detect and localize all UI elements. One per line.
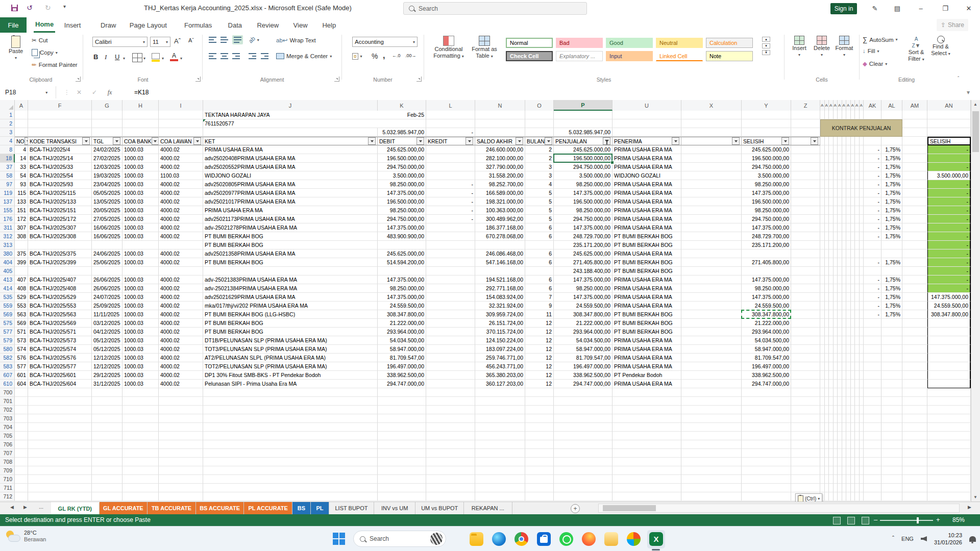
cell-AL582[interactable]: [881, 354, 902, 362]
cell-O703[interactable]: [525, 414, 554, 423]
cell-A705[interactable]: [834, 432, 838, 440]
cell-A559[interactable]: [846, 302, 851, 310]
cell-A580[interactable]: [825, 345, 829, 354]
save-icon[interactable]: [11, 5, 18, 11]
redo-icon[interactable]: ↻︎: [45, 4, 51, 12]
formula-input[interactable]: =K18: [134, 86, 149, 98]
cell-A8[interactable]: 4: [15, 145, 28, 154]
cell-A704[interactable]: [820, 423, 825, 432]
cell-G2[interactable]: [92, 119, 122, 128]
ribbon-tab-file[interactable]: File: [0, 17, 27, 33]
cell-A607[interactable]: [846, 371, 851, 380]
cell-AN707[interactable]: [927, 449, 971, 458]
cell-AM414[interactable]: [902, 284, 927, 293]
cell-G580[interactable]: 05/12/2025: [92, 345, 122, 354]
cell-A380[interactable]: [851, 249, 855, 258]
cell-K709[interactable]: [378, 466, 426, 475]
cell-H575[interactable]: 1000.03: [122, 319, 159, 328]
cell-F575[interactable]: BCA-THJ/2025/569: [28, 319, 92, 328]
col-header-AN[interactable]: AN: [927, 100, 971, 111]
align-center-icon[interactable]: [220, 53, 228, 59]
cell-A119[interactable]: [825, 189, 829, 197]
cell-A4[interactable]: [829, 137, 834, 145]
notification-bell-icon[interactable]: [969, 536, 976, 542]
cell-O404[interactable]: 6: [525, 258, 554, 267]
cell-U2[interactable]: [612, 119, 681, 128]
cell-AL137[interactable]: 1,75%: [881, 197, 902, 206]
cell-AM405[interactable]: [902, 267, 927, 276]
cell-A311[interactable]: [834, 223, 838, 232]
cell-L701[interactable]: [426, 397, 475, 406]
cell-K312[interactable]: 483.900.900,00: [378, 232, 426, 241]
cell-X580[interactable]: [681, 345, 742, 354]
cell-A312[interactable]: [825, 232, 829, 241]
fill-color-button[interactable]: [152, 53, 160, 62]
cell-A155[interactable]: [834, 206, 838, 215]
number-dialog-launcher[interactable]: [416, 77, 422, 82]
cell-X712[interactable]: [681, 492, 742, 501]
cell-AN583[interactable]: [927, 362, 971, 371]
cell-A1[interactable]: [842, 111, 847, 119]
col-header-AM[interactable]: AM: [902, 100, 927, 111]
cell-AN119[interactable]: -: [927, 189, 971, 197]
cell-A704[interactable]: [825, 423, 829, 432]
cell-N709[interactable]: [475, 466, 525, 475]
cell-A380[interactable]: [846, 249, 851, 258]
cell-I3[interactable]: [159, 128, 203, 137]
cell-X575[interactable]: [681, 319, 742, 328]
cell-AN705[interactable]: [927, 432, 971, 440]
cell-I414[interactable]: 4000.02: [159, 284, 203, 293]
cell-H176[interactable]: 1000.03: [122, 215, 159, 223]
cell-A559[interactable]: [825, 302, 829, 310]
cell-A413[interactable]: [860, 276, 864, 284]
cell-A607[interactable]: [838, 371, 842, 380]
cell-N176[interactable]: 300.489.962,00: [475, 215, 525, 223]
cell-O137[interactable]: 5: [525, 197, 554, 206]
cell-A580[interactable]: [842, 345, 847, 354]
cell-A535[interactable]: [820, 293, 825, 302]
cell-A312[interactable]: 308: [15, 232, 28, 241]
cell-F37[interactable]: BCA-THJ/2025/33: [28, 163, 92, 171]
cell-Y712[interactable]: [742, 492, 791, 501]
cell-A18[interactable]: [846, 154, 851, 163]
cell-A4[interactable]: [855, 137, 860, 145]
cell-A582[interactable]: [834, 354, 838, 362]
cell-G709[interactable]: [92, 466, 122, 475]
cell-AK18[interactable]: -: [864, 154, 881, 163]
cell-AL404[interactable]: 1,75%: [881, 258, 902, 267]
cell-A709[interactable]: [825, 466, 829, 475]
row-header-18[interactable]: 18: [0, 154, 15, 163]
cell-U707[interactable]: [612, 449, 681, 458]
cell-P405[interactable]: 243.188.400,00: [554, 267, 612, 276]
cell-H582[interactable]: 1000.03: [122, 354, 159, 362]
cell-L404[interactable]: [426, 258, 475, 267]
cell-AN559[interactable]: 24.559.500,00: [927, 302, 971, 310]
cell-Y37[interactable]: 294.750.000,00: [742, 163, 791, 171]
cell-A313[interactable]: [855, 241, 860, 249]
cell-A8[interactable]: [855, 145, 860, 154]
cell-X176[interactable]: [681, 215, 742, 223]
cell-P703[interactable]: [554, 414, 612, 423]
cell-A708[interactable]: [834, 458, 838, 466]
cell-AK569[interactable]: -: [864, 310, 881, 319]
cell-AM580[interactable]: [902, 345, 927, 354]
taskbar-app-excel[interactable]: X: [647, 530, 665, 548]
cell-A700[interactable]: [855, 388, 860, 397]
cell-U708[interactable]: [612, 458, 681, 466]
cell-A710[interactable]: [834, 475, 838, 484]
cell-AM18[interactable]: [902, 154, 927, 163]
cell-G577[interactable]: 04/12/2025: [92, 328, 122, 336]
cell-A97[interactable]: 93: [15, 180, 28, 189]
cell-F8[interactable]: BCA-THJ/2025/4: [28, 145, 92, 154]
horizontal-scroll-thumb[interactable]: [603, 505, 656, 511]
cell-AK703[interactable]: [864, 414, 881, 423]
cell-O709[interactable]: [525, 466, 554, 475]
cell-A711[interactable]: [834, 484, 838, 492]
cell-AL311[interactable]: 1,75%: [881, 223, 902, 232]
cell-H137[interactable]: 1000.03: [122, 197, 159, 206]
cell-A583[interactable]: [860, 362, 864, 371]
cell-A414[interactable]: [834, 284, 838, 293]
cell-A607[interactable]: [851, 371, 855, 380]
cell-O579[interactable]: 12: [525, 336, 554, 345]
cell-P18[interactable]: 196.500.000,00: [554, 154, 612, 163]
